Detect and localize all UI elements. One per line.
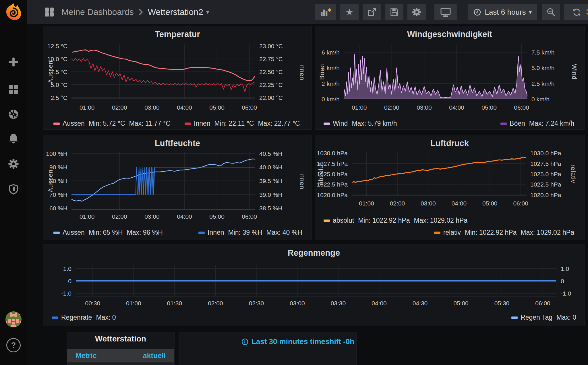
x-axis-tick-label: 05:30 (489, 300, 515, 307)
legend-label: Wind (333, 120, 348, 127)
chart-plot-area[interactable] (76, 265, 557, 296)
time-range-picker[interactable]: Last 6 hours ▾ (468, 4, 537, 20)
y-axis-label-right: relativ (569, 152, 577, 196)
dashboard-dropdown-caret-icon[interactable]: ▾ (206, 8, 209, 16)
legend-stat: Min: 5.72 °C (89, 120, 125, 127)
server-admin-shield-icon[interactable] (8, 184, 19, 195)
table-column-metric[interactable]: Metric (76, 352, 97, 360)
panel-temperatur: Temperatur 12.5 °C10.0 °C7.5 °C5.0 °C2.5… (43, 26, 312, 130)
legend-color-swatch (52, 317, 58, 319)
star-dashboard-button[interactable]: ★ (340, 4, 359, 20)
legend-label: Innen (194, 120, 210, 127)
chart-plot-area[interactable] (71, 44, 255, 99)
chart-temperatur[interactable]: 12.5 °C10.0 °C7.5 °C5.0 °C2.5 °C23.00 °C… (43, 26, 312, 129)
legend-item-absolut[interactable]: absolutMin: 1022.92 hPaMax: 1029.02 hPa (324, 217, 467, 224)
explore-compass-icon[interactable] (8, 108, 19, 120)
x-axis-tick-label: 06:00 (237, 104, 262, 111)
y-axis-tick-label: 0 (561, 278, 564, 284)
legend-label: Innen (208, 229, 224, 236)
refresh-interval-label[interactable]: 30s (586, 8, 588, 17)
y-axis-tick-label: 0 (43, 278, 71, 284)
panel-timeshift: Last 30 minutes timeshift -0h (179, 332, 357, 365)
x-axis-tick-label: 05:00 (204, 213, 230, 220)
y-axis-label-left: absolut (317, 152, 325, 196)
chart-plot-area[interactable] (352, 152, 526, 196)
configuration-gear-icon[interactable] (8, 158, 19, 170)
dashboard-toolbar: ★ Last 6 hours ▾ (315, 4, 588, 20)
x-axis-tick-label: 02:00 (107, 104, 132, 111)
chart-windgeschwindigkeit[interactable]: 6 km/h4 km/h2 km/h0 km/h7.5 km/h5.0 km/h… (315, 26, 584, 129)
table-panel-title[interactable]: Wetterstation (67, 334, 174, 343)
legend-stat: Max: 0 (96, 314, 116, 321)
table-column-aktuell[interactable]: aktuell (143, 352, 166, 360)
refresh-button[interactable] (572, 7, 581, 17)
timeshift-label: Last 30 minutes timeshift -0h (252, 337, 354, 346)
legend-item-innen[interactable]: InnenMin: 39 %HMax: 40 %H (198, 229, 302, 236)
help-question-icon[interactable]: ? (6, 338, 21, 352)
x-axis-tick-label: 03:30 (325, 300, 351, 307)
y-axis-tick-label: 22.50 °C (259, 69, 283, 75)
panel-luftfeuchte: Luftfeuchte 100 %H90 %H80 %H70 %H60 %H40… (43, 135, 312, 240)
cycle-view-mode-button[interactable] (434, 4, 457, 20)
legend-item-böen[interactable]: BöenMax: 7.24 km/h (500, 120, 574, 127)
y-axis-tick-label: 7.5 km/h (531, 49, 555, 55)
panel-windgeschwindigkeit: Windgeschwindigkeit 6 km/h4 km/h2 km/h0 … (315, 26, 585, 130)
x-axis-tick-label: 02:00 (107, 213, 132, 220)
breadcrumb: Meine Dashboards Wetterstation2 ▾ (44, 0, 209, 24)
legend-item-aussen[interactable]: AussenMin: 5.72 °CMax: 11.77 °C (53, 120, 171, 127)
save-icon (389, 7, 399, 17)
breadcrumb-current[interactable]: Wetterstation2 (148, 7, 203, 17)
clock-icon (473, 8, 481, 16)
panel-wetterstation-table: Wetterstation Metric aktuell (67, 332, 175, 365)
x-axis-tick-label: 01:30 (162, 300, 187, 307)
time-range-label: Last 6 hours (485, 8, 526, 17)
time-range-caret-icon: ▾ (529, 8, 532, 16)
legend-stat: Max: 7.24 km/h (529, 120, 574, 127)
legend-color-swatch (324, 123, 330, 125)
chart-plot-area[interactable] (71, 152, 255, 210)
legend-item-regenrate[interactable]: RegenrateMax: 0 (52, 314, 116, 321)
legend-item-wind[interactable]: WindMax: 5.79 km/h (324, 120, 397, 127)
x-axis-tick-label: 03:00 (139, 213, 165, 220)
y-axis-tick-label: -1.0 (43, 290, 71, 296)
user-avatar[interactable] (5, 311, 22, 327)
legend-color-swatch (53, 123, 60, 125)
zoom-out-magnifier-icon (546, 7, 556, 17)
breadcrumb-root[interactable]: Meine Dashboards (61, 7, 134, 17)
sidebar: ? (0, 0, 27, 365)
zoom-out-time-button[interactable] (542, 4, 560, 20)
share-icon (367, 7, 377, 17)
legend-label: Regenrate (61, 314, 92, 321)
timeshift-panel-title[interactable]: Last 30 minutes timeshift -0h (179, 337, 356, 346)
dashboard-settings-button[interactable] (407, 4, 426, 20)
y-axis-tick-label: 1020.0 hPa (530, 192, 561, 198)
legend-item-aussen[interactable]: AussenMin: 65 %HMax: 96 %H (53, 229, 163, 236)
y-axis-tick-label: 1030.0 hPa (530, 150, 561, 156)
x-axis-tick-label: 03:00 (411, 104, 437, 111)
chart-plot-area[interactable] (344, 44, 527, 99)
x-axis-tick-label: 01:00 (354, 200, 380, 207)
y-axis-label-left: Aussen (47, 44, 54, 99)
add-panel-button[interactable] (315, 4, 336, 20)
chart-luftdruck[interactable]: 1030.0 hPa1027.5 hPa1025.0 hPa1022.5 hPa… (315, 135, 584, 240)
create-plus-icon[interactable] (8, 56, 19, 68)
legend-item-regen-tag[interactable]: Regen TagMax: 0 (511, 314, 576, 321)
legend-item-innen[interactable]: InnenMin: 22.11 °CMax: 22.77 °C (185, 120, 300, 127)
legend-color-swatch (434, 232, 440, 234)
clock-icon (241, 338, 249, 345)
dashboards-icon[interactable] (8, 84, 19, 95)
legend-item-relativ[interactable]: relativMin: 1022.92 hPaMax: 1029.02 hPa (434, 229, 574, 236)
x-axis-tick-label: 01:00 (346, 104, 372, 111)
x-axis-tick-label: 04:00 (444, 104, 469, 111)
chart-regenmenge[interactable]: 1.00-1.01.00-1.000:3001:0001:3002:0002:3… (43, 245, 584, 326)
alerting-bell-icon[interactable] (8, 133, 19, 144)
grafana-logo-icon[interactable] (4, 2, 23, 22)
y-axis-tick-label: 1022.5 hPa (530, 181, 561, 187)
y-axis-tick-label: 1.0 (43, 266, 71, 272)
save-dashboard-button[interactable] (385, 4, 403, 20)
chart-luftfeuchte[interactable]: 100 %H90 %H80 %H70 %H60 %H40.5 %H40.0 %H… (43, 135, 312, 240)
share-dashboard-button[interactable] (363, 4, 381, 20)
y-axis-tick-label: 22.25 °C (259, 82, 283, 88)
legend-stat: Max: 96 %H (127, 229, 163, 236)
x-axis-tick-label: 03:00 (415, 200, 441, 207)
